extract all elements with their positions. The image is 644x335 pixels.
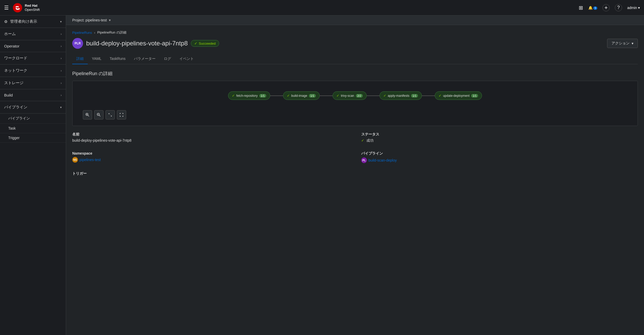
actions-label: アクション [611, 41, 630, 46]
tab-yaml[interactable]: YAML [88, 54, 106, 64]
namespace-label: Namespace [72, 151, 349, 155]
name-value: build-deploy-pipelines-vote-api-7ntp8 [72, 138, 349, 142]
pipeline-node-update-deployment[interactable]: ✓ update-deployment 1/1 [435, 91, 482, 100]
pipeline-node-build-image[interactable]: ✓ build-image 1/1 [283, 91, 320, 100]
project-label: Project: pipelines-test [72, 18, 107, 22]
pipeline-value: PL build-scan-deploy [361, 157, 397, 163]
zoom-out-icon [97, 113, 101, 117]
sidebar-item-admin[interactable]: ⚙ 管理者向け表示 ▾ [0, 15, 66, 28]
zoom-out-button[interactable] [94, 110, 103, 119]
content-area: PipelineRuns › PipelineRun の詳細 PLR build… [66, 25, 644, 183]
pipeline-connector [270, 95, 283, 96]
pipeline-connector [367, 95, 380, 96]
pipeline-node-fetch-repository[interactable]: ✓ fetch-repository 1/1 [228, 91, 270, 100]
node-badge: 1/1 [411, 94, 418, 98]
chevron-right-icon: › [61, 69, 62, 73]
sidebar-item-workload[interactable]: ワークロード › [0, 52, 66, 65]
redhat-logo-icon [13, 3, 22, 12]
node-badge: 1/1 [309, 94, 316, 98]
page-title: build-deploy-pipelines-vote-api-7ntp8 [86, 40, 188, 47]
status-label: ステータス [361, 132, 638, 137]
pipeline-node-trivy-scan[interactable]: ✓ trivy-scan 2/2 [333, 91, 367, 100]
pipeline-connector [422, 95, 435, 96]
pipeline-nodes: ✓ fetch-repository 1/1 ✓ build-image 1/1 [79, 91, 631, 100]
sidebar-sub-item-pipelines[interactable]: パイプライン [0, 114, 66, 124]
project-bar: Project: pipelines-test ▾ [66, 15, 644, 25]
sidebar-pipeline-label: パイプライン [4, 105, 27, 110]
sidebar-item-network[interactable]: ネットワーク › [0, 65, 66, 77]
navbar: ☰ Red Hat OpenShift ⊞ 🔔9 + ? admin ▾ [0, 0, 644, 15]
svg-line-8 [109, 113, 112, 116]
sidebar: ⚙ 管理者向け表示 ▾ ホーム › Operator › ワークロード › ネッ… [0, 15, 66, 335]
sidebar-workload-label: ワークロード [4, 56, 27, 61]
chevron-down-icon: ▾ [60, 20, 62, 23]
sidebar-sub-item-trigger[interactable]: Trigger [0, 133, 66, 143]
sidebar-home-label: ホーム [4, 31, 16, 36]
trigger-label: トリガー [72, 171, 349, 176]
sidebar-sub-item-task[interactable]: Task [0, 124, 66, 133]
tab-logs[interactable]: ログ [160, 54, 175, 64]
pipeline-connector [320, 95, 333, 96]
zoom-in-button[interactable] [83, 110, 92, 119]
sidebar-item-storage[interactable]: ストレージ › [0, 77, 66, 89]
pipeline-node-apply-manifests[interactable]: ✓ apply-manifests 1/1 [380, 91, 422, 100]
svg-line-6 [99, 115, 101, 117]
detail-status: ステータス ✓ 成功 [361, 132, 638, 143]
pipeline-link[interactable]: build-scan-deploy [368, 158, 397, 162]
notifications-badge: 9 [593, 6, 597, 10]
node-label: fetch-repository [236, 94, 258, 98]
chevron-down-icon: ▾ [60, 106, 62, 109]
status-badge: ✓ Succeeded [191, 40, 219, 47]
sidebar-item-pipeline[interactable]: パイプライン ▾ [0, 101, 66, 114]
pipeline-icon: PL [361, 157, 367, 163]
node-badge: 1/1 [471, 94, 478, 98]
chevron-right-icon: › [61, 57, 62, 60]
status-check-icon: ✓ [194, 41, 197, 45]
node-check-icon: ✓ [439, 94, 441, 98]
detail-name: 名前 build-deploy-pipelines-vote-api-7ntp8 [72, 132, 349, 143]
sidebar-build-label: Build [4, 93, 13, 97]
notifications-icon[interactable]: 🔔9 [588, 6, 597, 10]
detail-namespace: Namespace NS pipelines-test [72, 151, 349, 163]
breadcrumb-current: PipelineRun の詳細 [97, 30, 126, 35]
chevron-right-icon: › [61, 44, 62, 48]
grid-icon[interactable]: ⊞ [579, 5, 583, 11]
help-icon[interactable]: ? [615, 4, 622, 11]
pipeline-diagram: ✓ fetch-repository 1/1 ✓ build-image 1/1 [72, 81, 638, 126]
sidebar-item-operator[interactable]: Operator › [0, 40, 66, 52]
chevron-right-icon: › [61, 81, 62, 85]
project-dropdown-icon[interactable]: ▾ [109, 18, 111, 22]
main-content: Project: pipelines-test ▾ PipelineRuns ›… [66, 15, 644, 335]
pipeline-label: パイプライン [361, 151, 638, 156]
namespace-link[interactable]: pipelines-test [79, 158, 101, 162]
page-title-row: PLR build-deploy-pipelines-vote-api-7ntp… [72, 38, 638, 49]
section-title: PipelineRun の詳細 [72, 70, 638, 77]
svg-point-0 [13, 3, 22, 12]
node-check-icon: ✓ [232, 94, 235, 98]
namespace-value: NS pipelines-test [72, 157, 101, 163]
brand-name-top: Red Hat [25, 4, 40, 8]
navbar-actions: ⊞ 🔔9 + ? admin ▾ [579, 4, 640, 11]
node-label: apply-manifests [388, 94, 409, 98]
success-check-icon: ✓ [361, 138, 364, 142]
sidebar-item-home[interactable]: ホーム › [0, 28, 66, 40]
reset-view-button[interactable] [106, 110, 115, 119]
plus-icon[interactable]: + [602, 4, 610, 11]
tab-details[interactable]: 詳細 [72, 54, 88, 64]
node-label: trivy-scan [341, 94, 354, 98]
tab-parameters[interactable]: パラメーター [130, 54, 160, 64]
sidebar-item-build[interactable]: Build › [0, 89, 66, 101]
status-text-value: 成功 [366, 138, 374, 142]
breadcrumb-link-pipelineruns[interactable]: PipelineRuns [72, 31, 92, 35]
fullscreen-button[interactable] [117, 110, 126, 119]
tab-events[interactable]: イベント [175, 54, 198, 64]
reset-icon [108, 113, 112, 117]
hamburger-icon[interactable]: ☰ [4, 5, 9, 11]
user-menu[interactable]: admin ▾ [627, 6, 640, 10]
tab-taskruns[interactable]: TaskRuns [106, 54, 130, 64]
actions-button[interactable]: アクション ▾ [607, 39, 638, 48]
brand-name-bottom: OpenShift [25, 8, 40, 12]
detail-pipeline: パイプライン PL build-scan-deploy [361, 151, 638, 163]
layout: ⚙ 管理者向け表示 ▾ ホーム › Operator › ワークロード › ネッ… [0, 15, 644, 335]
chevron-right-icon: › [61, 93, 62, 97]
